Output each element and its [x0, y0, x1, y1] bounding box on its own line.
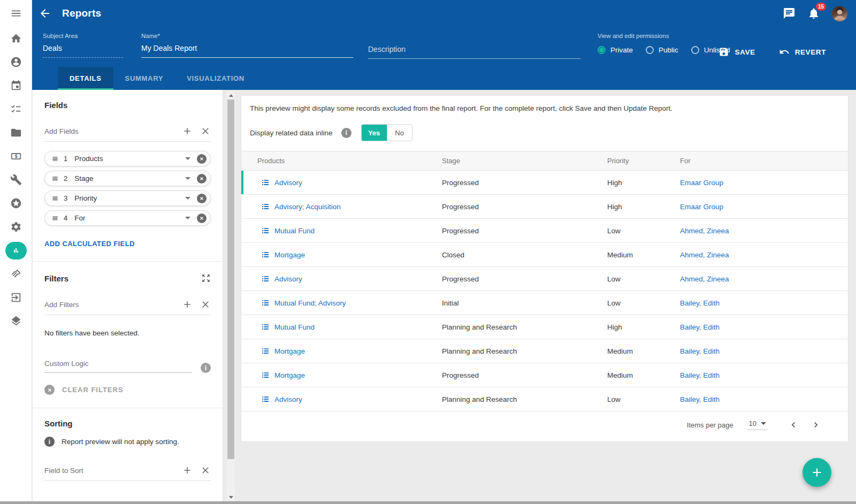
- tab-details[interactable]: DETAILS: [58, 67, 113, 90]
- product-link[interactable]: Advisory; Acquisition: [274, 203, 341, 211]
- add-filters-label[interactable]: Add Filters: [44, 301, 182, 309]
- radio-private[interactable]: Private: [598, 46, 633, 54]
- field-pill[interactable]: 4 For: [44, 210, 211, 226]
- for-link[interactable]: Ahmed, Zineea: [680, 227, 729, 235]
- remove-field-icon[interactable]: [197, 174, 207, 184]
- tasks-checklist-icon[interactable]: [0, 97, 32, 121]
- favorites-star-icon[interactable]: [0, 192, 32, 215]
- for-link[interactable]: Bailey, Edith: [680, 299, 720, 307]
- field-pill[interactable]: 3 Priority: [44, 190, 211, 206]
- drag-handle-icon[interactable]: [51, 215, 59, 222]
- scroll-down-arrow[interactable]: [227, 494, 235, 500]
- column-header-stage[interactable]: Stage: [442, 157, 607, 165]
- for-link[interactable]: Bailey, Edith: [680, 347, 720, 355]
- tools-wrench-icon[interactable]: [0, 168, 32, 192]
- deals-handshake-icon[interactable]: [0, 262, 32, 286]
- previous-page-icon[interactable]: [788, 419, 799, 430]
- settings-gear-icon[interactable]: [0, 215, 32, 239]
- scroll-up-arrow[interactable]: [227, 92, 235, 98]
- table-row[interactable]: Mortgage Progressed Medium Bailey, Edith: [241, 363, 848, 387]
- product-link[interactable]: Mortgage: [274, 251, 305, 259]
- for-link[interactable]: Bailey, Edith: [680, 323, 720, 331]
- table-row[interactable]: Advisory Progressed Low Ahmed, Zineea: [241, 267, 848, 291]
- table-row[interactable]: Mutual Fund; Advisory Initial Low Bailey…: [241, 291, 848, 315]
- product-link[interactable]: Mortgage: [274, 347, 305, 355]
- exit-icon[interactable]: [0, 286, 32, 309]
- add-fab-button[interactable]: [802, 458, 831, 487]
- drag-handle-icon[interactable]: [51, 195, 59, 202]
- for-link[interactable]: Ahmed, Zineea: [680, 275, 729, 283]
- product-link[interactable]: Advisory: [274, 275, 302, 283]
- column-header-products[interactable]: Products: [241, 157, 442, 165]
- save-button[interactable]: SAVE: [715, 46, 758, 58]
- custom-logic-input[interactable]: Custom Logic: [44, 358, 192, 373]
- field-pill[interactable]: 2 Stage: [44, 171, 211, 186]
- reports-chart-icon[interactable]: [0, 239, 32, 262]
- table-row[interactable]: Mutual Fund Progressed Low Ahmed, Zineea: [241, 219, 848, 243]
- info-icon[interactable]: i: [201, 363, 211, 373]
- table-row[interactable]: Advisory Progressed High Emaar Group: [241, 171, 848, 195]
- subject-area-field[interactable]: Subject Area Deals: [43, 33, 123, 58]
- add-fields-clear-icon[interactable]: [200, 126, 211, 136]
- table-row[interactable]: Advisory; Acquisition Progressed High Em…: [241, 195, 848, 219]
- calendar-icon[interactable]: [0, 74, 32, 97]
- expand-filters-icon[interactable]: [201, 273, 211, 283]
- table-row[interactable]: Mortgage Planning and Research Medium Ba…: [241, 339, 848, 363]
- for-link[interactable]: Bailey, Edith: [680, 395, 720, 403]
- bell-icon[interactable]: 15: [807, 7, 820, 20]
- clear-sort-icon[interactable]: [200, 465, 211, 476]
- vertical-scrollbar[interactable]: [227, 91, 235, 501]
- add-fields-label[interactable]: Add Fields: [44, 127, 182, 135]
- revert-button[interactable]: REVERT: [776, 46, 829, 58]
- chat-icon[interactable]: [783, 7, 796, 20]
- add-filters-clear-icon[interactable]: [200, 299, 211, 310]
- tab-visualization[interactable]: VISUALIZATION: [175, 67, 256, 90]
- layers-icon[interactable]: [0, 309, 32, 333]
- next-page-icon[interactable]: [811, 419, 821, 430]
- home-icon[interactable]: [0, 27, 32, 50]
- documents-folder-icon[interactable]: [0, 121, 32, 144]
- chevron-down-icon[interactable]: [185, 177, 190, 180]
- for-link[interactable]: Ahmed, Zineea: [680, 251, 729, 259]
- info-icon[interactable]: i: [341, 128, 351, 138]
- for-link[interactable]: Emaar Group: [680, 203, 723, 211]
- remove-field-icon[interactable]: [197, 194, 207, 203]
- clear-filters-button[interactable]: CLEAR FILTERS: [44, 385, 124, 395]
- product-link[interactable]: Advisory: [274, 395, 302, 403]
- back-arrow-icon[interactable]: [39, 6, 52, 20]
- remove-field-icon[interactable]: [197, 213, 207, 223]
- menu-icon[interactable]: [0, 6, 32, 20]
- for-link[interactable]: Emaar Group: [680, 179, 723, 187]
- radio-public[interactable]: Public: [646, 46, 678, 54]
- product-link[interactable]: Advisory: [274, 179, 302, 187]
- product-link[interactable]: Mortgage: [274, 371, 305, 379]
- contacts-icon[interactable]: [0, 50, 32, 74]
- field-pill[interactable]: 1 Products: [44, 151, 211, 166]
- drag-handle-icon[interactable]: [51, 175, 59, 182]
- drag-handle-icon[interactable]: [51, 155, 59, 163]
- chevron-down-icon[interactable]: [185, 217, 190, 219]
- tab-summary[interactable]: SUMMARY: [113, 67, 175, 90]
- scrollbar-thumb[interactable]: [227, 100, 234, 459]
- for-link[interactable]: Bailey, Edith: [680, 371, 720, 379]
- page-size-select[interactable]: 10: [747, 419, 768, 430]
- product-link[interactable]: Mutual Fund: [274, 323, 315, 331]
- payments-icon[interactable]: $: [0, 144, 32, 168]
- toggle-yes-button[interactable]: Yes: [362, 125, 387, 141]
- chevron-down-icon[interactable]: [185, 157, 190, 160]
- remove-field-icon[interactable]: [197, 154, 207, 164]
- chevron-down-icon[interactable]: [185, 197, 190, 200]
- field-to-sort-label[interactable]: Field to Sort: [44, 467, 182, 475]
- toggle-no-button[interactable]: No: [387, 125, 412, 141]
- product-link[interactable]: Mutual Fund: [274, 227, 315, 235]
- description-field[interactable]: Description: [368, 33, 580, 59]
- user-avatar[interactable]: [832, 6, 847, 21]
- table-row[interactable]: Advisory Planning and Research Low Baile…: [241, 387, 848, 411]
- add-fields-plus-icon[interactable]: [182, 126, 193, 136]
- add-sort-plus-icon[interactable]: [182, 465, 193, 476]
- table-row[interactable]: Mortgage Closed Medium Ahmed, Zineea: [241, 243, 848, 267]
- column-header-for[interactable]: For: [680, 157, 848, 165]
- product-link[interactable]: Mutual Fund; Advisory: [274, 299, 346, 307]
- table-row[interactable]: Mutual Fund Planning and Research High B…: [241, 315, 848, 339]
- add-calculated-field-button[interactable]: ADD CALCULATED FIELD: [44, 240, 135, 248]
